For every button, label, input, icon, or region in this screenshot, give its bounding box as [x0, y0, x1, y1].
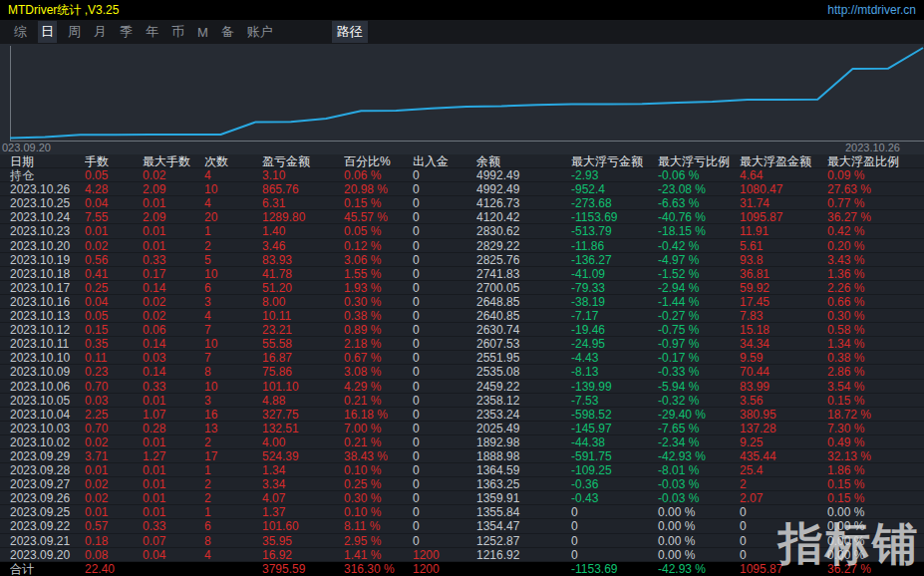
- table-cell: 4.28: [85, 182, 143, 195]
- table-cell: -0.03 %: [658, 477, 740, 490]
- table-cell: 0: [413, 196, 476, 209]
- table-cell: 2023.10.17: [10, 281, 85, 294]
- table-row: 2023.10.247.552.09201289.8045.57 %04120.…: [0, 210, 924, 224]
- menu-item-M[interactable]: M: [195, 23, 210, 42]
- table-row: 2023.10.160.040.0238.000.30 %02648.85-38…: [0, 295, 924, 309]
- table-cell: -18.15 %: [658, 224, 740, 237]
- table-cell: 1888.98: [476, 449, 571, 462]
- menu-item-币[interactable]: 币: [169, 21, 186, 43]
- table-cell: 0: [571, 519, 658, 532]
- table-cell: 2023.10.03: [10, 422, 85, 434]
- table-row: 2023.10.020.020.0124.000.21 %01892.98-44…: [0, 435, 924, 449]
- table-cell: 3.34: [262, 477, 344, 490]
- menu-item-日[interactable]: 日: [38, 21, 57, 43]
- table-cell: 4126.73: [476, 196, 571, 209]
- table-cell: -1.52 %: [658, 267, 740, 280]
- table-cell: 0.01: [143, 477, 204, 490]
- table-cell: [476, 562, 571, 576]
- table-cell: 5: [204, 253, 262, 266]
- column-header: 出入金: [413, 154, 476, 167]
- menu-item-月[interactable]: 月: [92, 21, 109, 43]
- table-cell: 3: [204, 295, 262, 308]
- table-cell: 8.00: [262, 295, 344, 308]
- table-cell: 2023.10.12: [10, 323, 85, 336]
- table-cell: 10.11: [262, 309, 344, 322]
- table-cell: 435.44: [740, 449, 827, 462]
- table-cell: 0.33: [143, 253, 204, 266]
- table-row: 2023.10.030.700.2813132.517.00 %02025.49…: [0, 422, 924, 435]
- table-cell: 0.00 %: [658, 519, 740, 532]
- menu-item-季[interactable]: 季: [118, 21, 135, 43]
- table-cell: 7.30 %: [827, 422, 924, 434]
- table-cell: 1.86 %: [827, 463, 924, 476]
- table-cell: 38.43 %: [344, 449, 413, 462]
- table-cell: 1252.87: [476, 534, 571, 547]
- table-cell: 0.00 %: [658, 534, 740, 547]
- table-cell: 4992.49: [476, 182, 571, 195]
- table-cell: 36.81: [740, 267, 827, 280]
- table-cell: 0.58 %: [827, 323, 924, 336]
- table-cell: -23.08 %: [658, 182, 740, 195]
- table-cell: 0.38 %: [344, 309, 413, 322]
- table-row: 2023.09.280.010.0111.340.10 %01364.59-10…: [0, 463, 924, 477]
- table-cell: 17: [204, 449, 262, 462]
- table-cell: 0.17: [143, 267, 204, 280]
- menu-item-备[interactable]: 备: [219, 21, 236, 43]
- table-cell: 0.70: [85, 422, 143, 434]
- menu-item-周[interactable]: 周: [66, 21, 83, 43]
- table-cell: 0: [740, 534, 827, 547]
- table-cell: 0.01: [85, 505, 143, 518]
- table-cell: 20.98 %: [344, 182, 413, 195]
- table-cell: 0.06 %: [344, 168, 413, 181]
- table-cell: -19.46: [571, 323, 658, 336]
- path-button[interactable]: 路径: [332, 21, 368, 43]
- menu-item-综[interactable]: 综: [12, 21, 29, 43]
- menu-item-年[interactable]: 年: [144, 21, 160, 43]
- table-cell: 0.02: [143, 295, 204, 308]
- table-cell: 2: [204, 239, 262, 252]
- table-cell: 0.57: [85, 519, 143, 532]
- table-cell: 1.37: [262, 505, 344, 518]
- table-cell: 1289.80: [262, 210, 344, 223]
- table-cell: 83.93: [262, 253, 344, 266]
- table-cell: 36.27 %: [827, 562, 924, 576]
- table-cell: 1.34 %: [827, 337, 924, 350]
- table-cell: 137.28: [740, 422, 827, 434]
- table-cell: 3.46: [262, 239, 344, 252]
- table-cell: 2025.49: [476, 422, 571, 434]
- table-cell: 3.08 %: [344, 365, 413, 378]
- table-cell: -44.38: [571, 435, 658, 448]
- table-cell: 合计: [10, 562, 85, 576]
- title-bar: MTDriver统计 ,V3.25 http://mtdriver.cn: [0, 0, 924, 20]
- equity-chart-svg: [0, 44, 924, 154]
- table-cell: 2023.10.10: [10, 351, 85, 364]
- table-cell: 1359.91: [476, 491, 571, 504]
- table-cell: 16.92: [262, 548, 344, 561]
- table-row: 持仓0.050.0243.100.06 %04992.49-2.93-0.06 …: [0, 168, 924, 182]
- table-cell: 0.01: [143, 239, 204, 252]
- column-header: 日期: [10, 154, 85, 167]
- table-cell: 16.87: [262, 351, 344, 364]
- table-header-row: 日期手数最大手数次数盈亏金额百分比%出入金余额最大浮亏金额最大浮亏比例最大浮盈金…: [0, 154, 924, 168]
- table-cell: 0.56: [85, 253, 143, 266]
- table-cell: 0: [413, 380, 476, 393]
- table-cell: 0: [413, 224, 476, 237]
- table-cell: -38.19: [571, 295, 658, 308]
- menu-item-账户[interactable]: 账户: [245, 21, 275, 43]
- table-cell: 31.74: [740, 196, 827, 209]
- table-cell: 0: [413, 337, 476, 350]
- table-cell: 0.03: [85, 394, 143, 407]
- table-cell: 2830.62: [476, 224, 571, 237]
- table-cell: 2023.10.16: [10, 295, 85, 308]
- table-cell: 0.01: [85, 224, 143, 237]
- table-cell: 0.01: [143, 224, 204, 237]
- table-cell: 2023.09.25: [10, 505, 85, 518]
- column-header: 最大手数: [143, 154, 204, 167]
- table-cell: -2.34 %: [658, 435, 740, 448]
- table-cell: 4.29 %: [344, 380, 413, 393]
- table-cell: 36.27 %: [827, 210, 924, 223]
- table-cell: 0.77 %: [827, 196, 924, 209]
- table-cell: 0.18: [85, 534, 143, 547]
- table-cell: 1364.59: [476, 463, 571, 476]
- website-link[interactable]: http://mtdriver.cn: [827, 3, 916, 17]
